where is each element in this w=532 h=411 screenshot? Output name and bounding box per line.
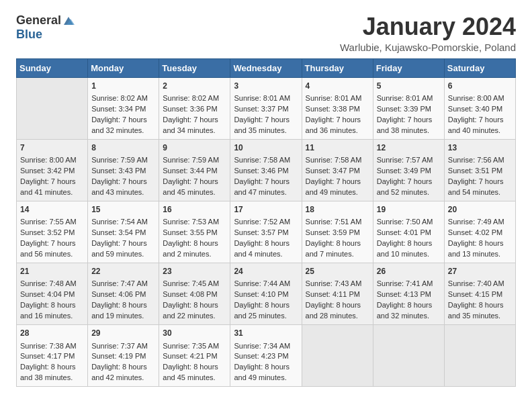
day-number: 16 [163, 204, 226, 216]
day-number: 2 [163, 81, 226, 92]
day-number: 25 [306, 266, 369, 277]
week-row-4: 21Sunrise: 7:48 AMSunset: 4:04 PMDayligh… [17, 263, 516, 325]
cell-content-line: Sunset: 3:34 PM [91, 104, 155, 115]
cell-content-line: Daylight: 7 hours [234, 177, 298, 187]
cell-content-line: Sunset: 3:59 PM [306, 228, 369, 238]
day-of-week-monday: Monday [88, 58, 159, 77]
calendar-header-row: SundayMondayTuesdayWednesdayThursdayFrid… [17, 58, 516, 77]
calendar-cell: 5Sunrise: 8:01 AMSunset: 3:39 PMDaylight… [373, 77, 444, 139]
cell-content-line: Daylight: 8 hours [91, 300, 155, 311]
cell-content-line: Sunrise: 8:02 AM [91, 93, 155, 104]
cell-content-line: Sunset: 3:38 PM [306, 104, 369, 115]
day-number: 11 [306, 142, 369, 154]
calendar-cell [17, 77, 88, 139]
cell-content-line: and 2 minutes. [163, 249, 226, 260]
cell-content-line: Sunset: 4:23 PM [234, 351, 298, 362]
logo-blue: Blue [16, 28, 42, 42]
day-number: 31 [234, 328, 298, 339]
cell-content-line: and 45 minutes. [163, 187, 226, 198]
day-number: 18 [306, 204, 369, 216]
cell-content-line: Sunset: 4:06 PM [91, 289, 155, 300]
cell-content-line: Daylight: 7 hours [448, 115, 512, 126]
week-row-2: 7Sunrise: 8:00 AMSunset: 3:42 PMDaylight… [17, 139, 516, 201]
cell-content-line: Sunset: 3:40 PM [448, 104, 512, 115]
cell-content-line: Sunrise: 7:48 AM [20, 279, 84, 289]
cell-content-line: Daylight: 7 hours [163, 115, 226, 126]
cell-content-line: and 52 minutes. [377, 187, 441, 198]
cell-content-line: and 4 minutes. [234, 249, 298, 260]
day-number: 21 [20, 266, 84, 277]
cell-content-line: Sunrise: 7:47 AM [91, 279, 155, 289]
cell-content-line: Daylight: 7 hours [91, 177, 155, 187]
cell-content-line: Sunset: 3:49 PM [377, 166, 441, 177]
cell-content-line: Sunset: 4:10 PM [234, 289, 298, 300]
cell-content-line: Sunrise: 7:57 AM [377, 155, 441, 166]
day-of-week-tuesday: Tuesday [159, 58, 230, 77]
day-number: 7 [20, 142, 84, 154]
location: Warlubie, Kujawsko-Pomorskie, Poland [340, 42, 516, 53]
cell-content-line: Sunrise: 7:34 AM [234, 341, 298, 352]
cell-content-line: Sunset: 4:08 PM [163, 289, 226, 300]
calendar-cell: 19Sunrise: 7:50 AMSunset: 4:01 PMDayligh… [373, 201, 444, 263]
cell-content-line: and 25 minutes. [234, 311, 298, 322]
cell-content-line: Sunset: 3:44 PM [163, 166, 226, 177]
calendar-cell: 1Sunrise: 8:02 AMSunset: 3:34 PMDaylight… [88, 77, 159, 139]
calendar-cell: 2Sunrise: 8:02 AMSunset: 3:36 PMDaylight… [159, 77, 230, 139]
cell-content-line: Daylight: 7 hours [91, 115, 155, 126]
calendar-cell: 15Sunrise: 7:54 AMSunset: 3:54 PMDayligh… [88, 201, 159, 263]
cell-content-line: Sunrise: 7:41 AM [377, 279, 441, 289]
cell-content-line: Sunset: 3:51 PM [448, 166, 512, 177]
cell-content-line: Daylight: 7 hours [448, 177, 512, 187]
day-number: 23 [163, 266, 226, 277]
calendar-cell: 16Sunrise: 7:53 AMSunset: 3:55 PMDayligh… [159, 201, 230, 263]
day-number: 1 [91, 81, 155, 92]
cell-content-line: Sunset: 3:36 PM [163, 104, 226, 115]
cell-content-line: and 54 minutes. [448, 187, 512, 198]
cell-content-line: Daylight: 8 hours [234, 238, 298, 249]
calendar-cell: 8Sunrise: 7:59 AMSunset: 3:43 PMDaylight… [88, 139, 159, 201]
calendar-cell: 11Sunrise: 7:58 AMSunset: 3:47 PMDayligh… [302, 139, 373, 201]
day-number: 29 [91, 328, 155, 339]
calendar-cell: 14Sunrise: 7:55 AMSunset: 3:52 PMDayligh… [17, 201, 88, 263]
day-number: 26 [377, 266, 441, 277]
cell-content-line: Sunset: 4:17 PM [20, 351, 84, 362]
cell-content-line: and 41 minutes. [20, 187, 84, 198]
cell-content-line: Sunset: 4:21 PM [163, 351, 226, 362]
calendar-cell [302, 325, 373, 387]
calendar: SundayMondayTuesdayWednesdayThursdayFrid… [16, 58, 516, 387]
cell-content-line: Sunrise: 7:49 AM [448, 217, 512, 228]
cell-content-line: Sunrise: 7:59 AM [91, 155, 155, 166]
logo: General Blue [16, 13, 75, 42]
cell-content-line: and 49 minutes. [234, 373, 298, 383]
day-number: 13 [448, 142, 512, 154]
cell-content-line: Sunrise: 7:58 AM [306, 155, 369, 166]
cell-content-line: and 47 minutes. [234, 187, 298, 198]
cell-content-line: Sunrise: 7:45 AM [163, 279, 226, 289]
cell-content-line: and 59 minutes. [91, 249, 155, 260]
cell-content-line: Daylight: 8 hours [377, 238, 441, 249]
day-of-week-saturday: Saturday [444, 58, 515, 77]
cell-content-line: Sunrise: 7:58 AM [234, 155, 298, 166]
day-of-week-wednesday: Wednesday [230, 58, 302, 77]
day-number: 8 [91, 142, 155, 154]
cell-content-line: Daylight: 8 hours [163, 362, 226, 373]
calendar-cell: 17Sunrise: 7:52 AMSunset: 3:57 PMDayligh… [230, 201, 302, 263]
cell-content-line: Sunset: 4:02 PM [448, 228, 512, 238]
cell-content-line: Sunset: 3:47 PM [306, 166, 369, 177]
cell-content-line: Sunrise: 7:56 AM [448, 155, 512, 166]
day-of-week-friday: Friday [373, 58, 444, 77]
cell-content-line: Daylight: 7 hours [306, 177, 369, 187]
cell-content-line: Sunset: 4:15 PM [448, 289, 512, 300]
cell-content-line: Sunrise: 7:44 AM [234, 279, 298, 289]
calendar-cell [444, 325, 515, 387]
cell-content-line: and 19 minutes. [91, 311, 155, 322]
day-number: 14 [20, 204, 84, 216]
cell-content-line: and 13 minutes. [448, 249, 512, 260]
day-number: 24 [234, 266, 298, 277]
calendar-cell: 6Sunrise: 8:00 AMSunset: 3:40 PMDaylight… [444, 77, 515, 139]
cell-content-line: Daylight: 7 hours [377, 177, 441, 187]
cell-content-line: Daylight: 8 hours [306, 300, 369, 311]
cell-content-line: Daylight: 8 hours [20, 362, 84, 373]
cell-content-line: Sunset: 4:01 PM [377, 228, 441, 238]
cell-content-line: Sunrise: 8:01 AM [377, 93, 441, 104]
